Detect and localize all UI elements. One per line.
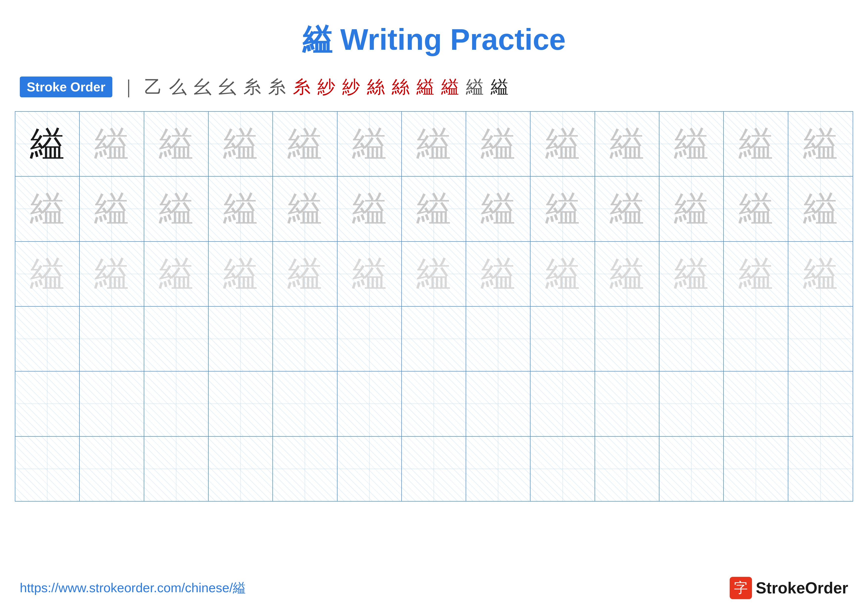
- grid-cell[interactable]: [595, 437, 659, 501]
- grid-cell[interactable]: [659, 372, 724, 436]
- stroke-step-14: 縊: [441, 75, 459, 99]
- character-lighter: 縊: [481, 250, 515, 297]
- grid-cell[interactable]: [338, 372, 402, 436]
- grid-cell[interactable]: [466, 437, 530, 501]
- grid-cell[interactable]: 縊: [209, 177, 273, 241]
- grid-cell[interactable]: 縊: [338, 242, 402, 306]
- grid-cell[interactable]: [595, 307, 659, 371]
- grid-cell[interactable]: [402, 437, 466, 501]
- grid-cell[interactable]: 縊: [530, 242, 595, 306]
- grid-cell[interactable]: 縊: [659, 242, 724, 306]
- grid-cell[interactable]: [659, 437, 724, 501]
- character-light: 縊: [481, 185, 515, 232]
- character-light: 縊: [803, 120, 838, 168]
- stroke-step-11: 絲: [367, 75, 385, 99]
- grid-cell[interactable]: 縊: [788, 242, 852, 306]
- grid-cell[interactable]: [144, 307, 209, 371]
- grid-cell[interactable]: 縊: [402, 177, 466, 241]
- character-lighter: 縊: [223, 250, 258, 297]
- grid-cell[interactable]: 縊: [466, 177, 530, 241]
- grid-cell[interactable]: [273, 372, 337, 436]
- grid-cell[interactable]: [466, 307, 530, 371]
- grid-cell[interactable]: 縊: [724, 177, 788, 241]
- grid-cell[interactable]: [80, 437, 144, 501]
- stroke-step-1: ｜: [120, 75, 137, 99]
- grid-cell[interactable]: 縊: [466, 242, 530, 306]
- grid-cell[interactable]: 縊: [338, 177, 402, 241]
- grid-cell[interactable]: 縊: [788, 112, 852, 176]
- grid-cell[interactable]: [724, 307, 788, 371]
- grid-cell[interactable]: 縊: [788, 177, 852, 241]
- grid-cell[interactable]: 縊: [144, 177, 209, 241]
- grid-cell[interactable]: [724, 372, 788, 436]
- title-character: 縊: [302, 23, 332, 56]
- grid-cell[interactable]: 縊: [273, 112, 337, 176]
- character-light: 縊: [94, 185, 129, 232]
- stroke-step-8: 糸: [293, 75, 310, 99]
- grid-cell[interactable]: [209, 307, 273, 371]
- grid-cell[interactable]: 縊: [80, 242, 144, 306]
- grid-cell[interactable]: [80, 307, 144, 371]
- stroke-step-5: 幺: [219, 75, 236, 99]
- grid-cell[interactable]: 縊: [338, 112, 402, 176]
- grid-cell[interactable]: [144, 437, 209, 501]
- grid-cell[interactable]: [466, 372, 530, 436]
- grid-cell[interactable]: 縊: [16, 242, 80, 306]
- grid-cell[interactable]: 縊: [273, 242, 337, 306]
- grid-cell[interactable]: [273, 437, 337, 501]
- stroke-step-4: 幺: [194, 75, 212, 99]
- stroke-order-row: Stroke Order ｜乙么幺幺糸糸糸紗紗絲絲縊縊縊縊: [0, 70, 868, 104]
- grid-cell[interactable]: 縊: [80, 177, 144, 241]
- grid-cell[interactable]: 縊: [209, 112, 273, 176]
- grid-cell[interactable]: [16, 307, 80, 371]
- grid-cell[interactable]: 縊: [273, 177, 337, 241]
- grid-cell[interactable]: [402, 307, 466, 371]
- stroke-step-7: 糸: [268, 75, 286, 99]
- grid-cell[interactable]: 縊: [724, 112, 788, 176]
- grid-cell[interactable]: [209, 372, 273, 436]
- grid-cell[interactable]: 縊: [402, 242, 466, 306]
- grid-cell[interactable]: 縊: [466, 112, 530, 176]
- grid-cell[interactable]: [209, 437, 273, 501]
- grid-cell[interactable]: [788, 437, 852, 501]
- grid-cell[interactable]: [273, 307, 337, 371]
- character-lighter: 縊: [30, 250, 65, 297]
- grid-cell[interactable]: [402, 372, 466, 436]
- grid-cell[interactable]: 縊: [595, 177, 659, 241]
- grid-cell[interactable]: 縊: [595, 242, 659, 306]
- grid-cell[interactable]: [530, 437, 595, 501]
- grid-cell[interactable]: 縊: [402, 112, 466, 176]
- grid-cell[interactable]: 縊: [16, 177, 80, 241]
- grid-cell[interactable]: [144, 372, 209, 436]
- grid-cell[interactable]: [16, 437, 80, 501]
- grid-cell[interactable]: [788, 307, 852, 371]
- grid-cell[interactable]: [595, 372, 659, 436]
- grid-cell[interactable]: 縊: [724, 242, 788, 306]
- character-lighter: 縊: [159, 250, 194, 297]
- grid-cell[interactable]: [16, 372, 80, 436]
- grid-cell[interactable]: [788, 372, 852, 436]
- grid-cell[interactable]: [338, 307, 402, 371]
- grid-row-3: 縊 縊 縊 縊 縊 縊 縊 縊 縊 縊 縊 縊 縊: [16, 242, 852, 307]
- grid-cell[interactable]: 縊: [144, 242, 209, 306]
- grid-cell[interactable]: 縊: [16, 112, 80, 176]
- grid-cell[interactable]: [530, 372, 595, 436]
- grid-cell[interactable]: [724, 437, 788, 501]
- grid-cell[interactable]: 縊: [659, 112, 724, 176]
- stroke-steps: ｜乙么幺幺糸糸糸紗紗絲絲縊縊縊縊: [120, 75, 508, 99]
- grid-cell[interactable]: 縊: [80, 112, 144, 176]
- grid-cell[interactable]: [338, 437, 402, 501]
- character-light: 縊: [546, 120, 580, 168]
- grid-cell[interactable]: 縊: [530, 177, 595, 241]
- grid-cell[interactable]: 縊: [659, 177, 724, 241]
- grid-cell[interactable]: [659, 307, 724, 371]
- grid-cell[interactable]: [530, 307, 595, 371]
- grid-cell[interactable]: [80, 372, 144, 436]
- grid-cell[interactable]: 縊: [209, 242, 273, 306]
- grid-cell[interactable]: 縊: [595, 112, 659, 176]
- stroke-step-9: 紗: [318, 75, 335, 99]
- stroke-step-15: 縊: [466, 75, 484, 99]
- grid-cell[interactable]: 縊: [144, 112, 209, 176]
- character-light: 縊: [159, 120, 194, 168]
- grid-cell[interactable]: 縊: [530, 112, 595, 176]
